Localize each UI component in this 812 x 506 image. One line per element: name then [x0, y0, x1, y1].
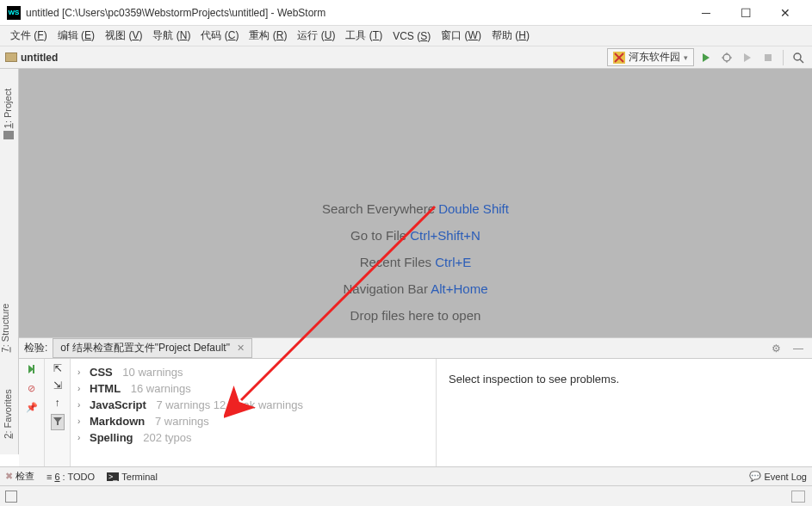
gear-icon[interactable]: ⚙ [767, 340, 784, 357]
run-with-coverage-button[interactable] [739, 49, 756, 66]
inspection-row-spelling[interactable]: ›Spelling 202 typos [77, 429, 429, 446]
status-bar [0, 485, 812, 506]
hint-search-shortcut: Double Shift [438, 201, 509, 216]
maximize-button[interactable]: ☐ [726, 1, 766, 25]
run-config-name: 河东软件园 [629, 50, 680, 65]
svg-point-3 [794, 53, 801, 60]
close-icon[interactable]: ✕ [237, 342, 245, 354]
collapse-all-button[interactable]: ⇲ [53, 380, 62, 392]
inspection-row-html[interactable]: ›HTML 16 warnings [77, 380, 429, 397]
menu-run[interactable]: 运行 (U) [292, 27, 340, 45]
menu-help[interactable]: 帮助 (H) [487, 27, 535, 45]
tool-tab-eventlog[interactable]: 💬Event Log [749, 471, 807, 482]
hint-search-label: Search Everywhere [322, 201, 438, 216]
chevron-right-icon: › [77, 384, 86, 393]
filter-button[interactable] [51, 414, 65, 430]
chevron-down-icon: ▾ [684, 53, 688, 62]
breadcrumb-project[interactable]: untitled [21, 52, 607, 64]
tool-tab-todo[interactable]: ≡6: TODO [46, 472, 95, 482]
inspection-row-css[interactable]: ›CSS 10 warnings [77, 364, 429, 380]
chevron-right-icon: › [77, 417, 86, 426]
pin-button[interactable]: 📌 [24, 400, 40, 414]
inspection-tab[interactable]: of 结果检查配置文件"Project Default" ✕ [53, 338, 252, 358]
menu-file[interactable]: 文件 (F) [5, 27, 53, 45]
bottom-tool-tabs: ✖检查 ≡6: TODO >_Terminal 💬Event Log [0, 466, 812, 485]
svg-point-1 [723, 54, 730, 61]
rerun-button[interactable] [24, 362, 40, 376]
minimize-button[interactable]: ─ [686, 1, 726, 25]
menu-navigate[interactable]: 导航 (N) [147, 27, 195, 45]
inspection-detail-text: Select inspection to see problems. [449, 373, 619, 386]
search-button[interactable] [790, 49, 807, 66]
inspection-tab-label: of 结果检查配置文件"Project Default" [60, 341, 230, 355]
left-tool-gutter: 11: Project: Project 7: Structure 2: Fav… [0, 69, 19, 454]
tool-tab-project[interactable]: 11: Project: Project [3, 89, 13, 128]
close-tool-button[interactable]: ⊘ [24, 381, 40, 395]
inspection-panel: 检验: of 结果检查配置文件"Project Default" ✕ ⚙ — ⊘… [19, 337, 812, 485]
prev-button[interactable]: ↑ [55, 397, 60, 409]
menu-vcs[interactable]: VCS (S) [387, 28, 436, 44]
tool-tab-structure[interactable]: 7: Structure [0, 304, 10, 353]
hint-gotofile-label: Go to File [350, 228, 410, 243]
close-button[interactable]: ✕ [766, 1, 805, 25]
window-title: untitled [C:\Users\pc0359\WebstormProjec… [26, 7, 686, 19]
expand-all-button[interactable]: ⇱ [53, 362, 62, 374]
window-titlebar: WS untitled [C:\Users\pc0359\WebstormPro… [0, 0, 812, 26]
menu-tools[interactable]: 工具 (T) [340, 27, 387, 45]
menu-refactor[interactable]: 重构 (R) [244, 27, 292, 45]
hint-navbar-shortcut: Alt+Home [431, 281, 487, 296]
hint-drop-label: Drop files here to open [350, 308, 481, 323]
inspection-header-label: 检验: [24, 341, 47, 355]
svg-rect-2 [765, 54, 772, 61]
menu-code[interactable]: 代码 (C) [195, 27, 244, 45]
status-quick-access-icon[interactable] [5, 491, 17, 503]
inspection-row-markdown[interactable]: ›Markdown 7 warnings [77, 413, 429, 429]
main-menubar: 文件 (F) 编辑 (E) 视图 (V) 导航 (N) 代码 (C) 重构 (R… [0, 26, 812, 46]
menu-view[interactable]: 视图 (V) [100, 27, 147, 45]
js-icon [613, 52, 625, 64]
tool-tab-inspect[interactable]: ✖检查 [5, 470, 34, 483]
hint-navbar-label: Navigation Bar [343, 281, 431, 296]
run-button[interactable] [697, 49, 715, 66]
debug-button[interactable] [718, 49, 735, 66]
hint-recent-shortcut: Ctrl+E [435, 255, 471, 269]
inspection-header: 检验: of 结果检查配置文件"Project Default" ✕ ⚙ — [19, 338, 812, 359]
search-icon [792, 52, 804, 64]
chevron-right-icon: › [77, 400, 86, 410]
menu-window[interactable]: 窗口 (W) [436, 27, 487, 45]
chevron-right-icon: › [77, 433, 86, 442]
tool-tab-terminal[interactable]: >_Terminal [107, 472, 158, 482]
inspection-row-javascript[interactable]: ›JavaScript 7 warnings 12 weak warnings [77, 397, 429, 413]
folder-icon [5, 52, 17, 62]
hide-panel-button[interactable]: — [790, 340, 807, 357]
status-indicator-icon[interactable] [791, 491, 805, 503]
chevron-right-icon: › [77, 367, 86, 377]
run-config-selector[interactable]: 河东软件园 ▾ [607, 48, 694, 66]
navigation-bar: untitled 河东软件园 ▾ [0, 46, 812, 69]
menu-edit[interactable]: 编辑 (E) [53, 27, 100, 45]
hint-recent-label: Recent Files [360, 255, 436, 269]
tool-tab-icon [3, 131, 14, 139]
webstorm-icon: WS [7, 6, 21, 20]
tool-tab-favorites[interactable]: 2: Favorites [3, 389, 13, 438]
stop-button[interactable] [759, 49, 777, 66]
hint-gotofile-shortcut: Ctrl+Shift+N [410, 228, 480, 243]
